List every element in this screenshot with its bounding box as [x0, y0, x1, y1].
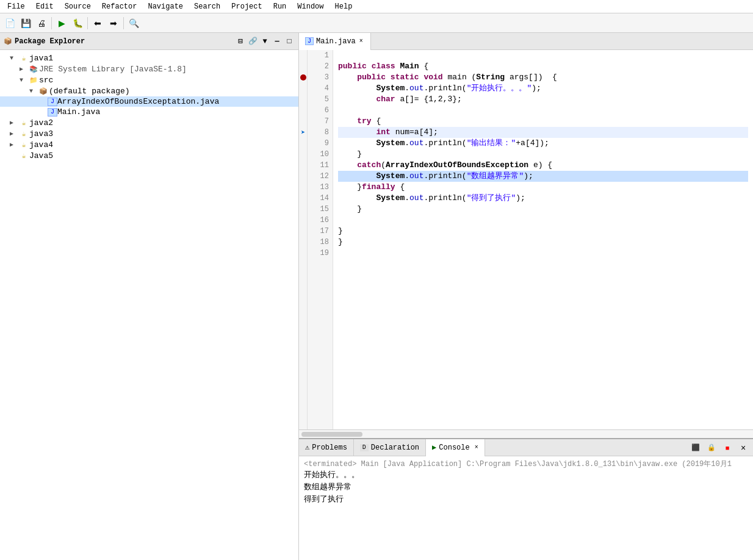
tree-item-java4[interactable]: ▶ ☕ java4 — [0, 139, 298, 150]
menu-project[interactable]: Project — [226, 1, 267, 12]
close-console-btn[interactable]: × — [736, 440, 751, 455]
forward-btn[interactable]: ➡ — [106, 16, 121, 31]
search-btn[interactable]: 🔍 — [126, 16, 141, 31]
back-btn[interactable]: ⬅ — [90, 16, 105, 31]
debug-btn[interactable]: 🐛 — [70, 16, 85, 31]
expand-arrow: ▼ — [29, 88, 38, 95]
menu-source[interactable]: Source — [60, 1, 96, 12]
tree-item-default-pkg[interactable]: ▼ 📦 (default package) — [0, 85, 298, 96]
line-number: 12 — [311, 171, 329, 182]
horizontal-scrollbar[interactable] — [299, 429, 753, 438]
menu-search[interactable]: Search — [189, 1, 225, 12]
tab-declaration-label: Declaration — [371, 443, 419, 452]
line-number: 9 — [311, 138, 329, 149]
tree-item-arrayindex[interactable]: J ArrayIndexOfBoundsExceptation.java — [0, 96, 298, 107]
tab-declaration[interactable]: D Declaration — [354, 439, 426, 456]
tab-console[interactable]: ▶ Console × — [426, 439, 485, 456]
menu-file[interactable]: File — [2, 1, 30, 12]
project-icon: ☕ — [18, 118, 29, 127]
tree-label: java3 — [29, 129, 53, 138]
menu-refactor[interactable]: Refactor — [97, 1, 142, 12]
sidebar-tree: ▼ ☕ java1 ▶ 📚 JRE System Library [JavaSE… — [0, 50, 298, 560]
tree-item-java3[interactable]: ▶ ☕ java3 — [0, 128, 298, 139]
menu-navigate[interactable]: Navigate — [143, 1, 188, 12]
line-number: 6 — [311, 105, 329, 116]
tree-label: Main.java — [57, 107, 100, 117]
view-menu-btn[interactable]: ▼ — [259, 36, 270, 47]
line-number: 16 — [311, 215, 329, 226]
code-line: char a[]= {1,2,3}; — [338, 94, 748, 105]
minimize-btn[interactable]: — — [272, 36, 283, 47]
menu-run[interactable]: Run — [268, 1, 292, 12]
tree-item-java1[interactable]: ▼ ☕ java1 — [0, 52, 298, 63]
tab-console-label: Console — [439, 443, 469, 452]
clear-console-btn[interactable]: ⬛ — [688, 440, 703, 455]
bottom-panel: ⚠ Problems D Declaration ▶ Console × ⬛ 🔒… — [299, 438, 753, 560]
code-line: } — [338, 149, 748, 160]
sep2 — [87, 17, 88, 29]
main-layout: 📦 Package Explorer ⊟ 🔗 ▼ — □ ▼ ☕ java1 — [0, 33, 753, 560]
code-line: } — [338, 204, 748, 215]
tree-label: ArrayIndexOfBoundsExceptation.java — [57, 97, 219, 106]
line-number: 8 — [311, 127, 329, 138]
expand-arrow: ▶ — [10, 119, 18, 126]
console-tab-close[interactable]: × — [475, 444, 478, 451]
line-marker — [299, 226, 307, 237]
run-btn[interactable]: ▶ — [54, 16, 69, 31]
expand-arrow: ▶ — [20, 65, 28, 73]
project-icon: ☕ — [18, 151, 29, 160]
menu-help[interactable]: Help — [330, 1, 358, 12]
package-icon: 📦 — [38, 86, 49, 96]
menu-edit[interactable]: Edit — [31, 1, 59, 12]
line-number: 17 — [311, 226, 329, 237]
tree-label: java1 — [29, 54, 53, 63]
editor-tabs: J Main.java × — [299, 33, 753, 50]
new-btn[interactable]: 📄 — [2, 16, 17, 31]
terminate-btn[interactable]: ■ — [720, 440, 735, 455]
line-marker — [299, 182, 307, 193]
tab-problems-label: Problems — [312, 443, 347, 452]
line-marker — [299, 50, 307, 61]
code-line: public class Main { — [338, 61, 748, 72]
tree-item-java5[interactable]: ☕ Java5 — [0, 150, 298, 161]
line-marker — [299, 83, 307, 94]
line-number: 18 — [311, 237, 329, 248]
collapse-all-btn[interactable]: ⊟ — [235, 36, 246, 47]
expand-arrow: ▶ — [10, 141, 18, 148]
scroll-lock-btn[interactable]: 🔒 — [704, 440, 719, 455]
menu-window[interactable]: Window — [292, 1, 328, 12]
save-btn[interactable]: 💾 — [18, 16, 33, 31]
code-editor[interactable]: public class Main { public static void m… — [333, 50, 753, 429]
link-with-editor-btn[interactable]: 🔗 — [247, 36, 258, 47]
print-btn[interactable]: 🖨 — [34, 16, 49, 31]
line-marker — [299, 160, 307, 171]
code-line — [338, 215, 748, 226]
line-marker — [299, 72, 307, 83]
console-line-2: 数组越界异常 — [304, 481, 748, 494]
tree-item-java2[interactable]: ▶ ☕ java2 — [0, 117, 298, 128]
code-line: } — [338, 237, 748, 248]
tree-item-main[interactable]: J Main.java — [0, 107, 298, 117]
line-marker — [299, 248, 307, 259]
editor-area: J Main.java × ➤ 123456789101112131415161… — [299, 33, 753, 438]
package-explorer: 📦 Package Explorer ⊟ 🔗 ▼ — □ ▼ ☕ java1 — [0, 33, 299, 560]
line-marker — [299, 149, 307, 160]
toolbar: 📄 💾 🖨 ▶ 🐛 ⬅ ➡ 🔍 — [0, 13, 753, 33]
line-number: 1 — [311, 50, 329, 61]
tab-close-btn[interactable]: × — [358, 38, 364, 45]
code-line — [338, 248, 748, 259]
code-line: catch(ArrayIndexOutOfBoundsException e) … — [338, 160, 748, 171]
sep1 — [51, 17, 52, 29]
scroll-thumb[interactable] — [301, 432, 362, 437]
maximize-btn[interactable]: □ — [284, 36, 295, 47]
line-marker — [299, 215, 307, 226]
tree-item-src[interactable]: ▼ 📁 src — [0, 74, 298, 85]
editor-tab-main[interactable]: J Main.java × — [299, 33, 371, 50]
tree-item-jre[interactable]: ▶ 📚 JRE System Library [JavaSE-1.8] — [0, 63, 298, 74]
console-icon: ▶ — [432, 443, 436, 452]
expand-arrow: ▼ — [20, 77, 28, 84]
tab-problems[interactable]: ⚠ Problems — [299, 439, 354, 456]
declaration-icon: D — [360, 444, 369, 451]
line-marker — [299, 204, 307, 215]
line-marker — [299, 138, 307, 149]
